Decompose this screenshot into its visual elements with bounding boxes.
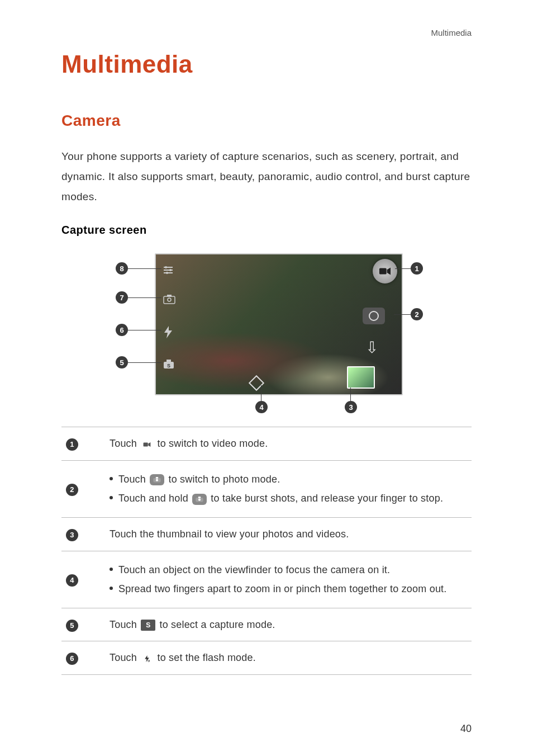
running-header: Multimedia xyxy=(431,28,472,37)
shutter-button xyxy=(363,308,385,324)
text: Touch and hold xyxy=(118,493,191,504)
leader-1 xyxy=(395,268,411,269)
svg-rect-19 xyxy=(156,477,158,479)
camera-screenshot: ⇩ S xyxy=(155,253,403,395)
table-row: 1 Touch to switch to video mode. xyxy=(61,427,472,461)
svg-point-21 xyxy=(198,498,201,500)
row-desc-6: Touch A to set the flash mode. xyxy=(104,641,472,675)
svg-marker-1 xyxy=(387,268,391,275)
bullet-icon xyxy=(110,587,113,590)
page-number: 40 xyxy=(460,723,472,735)
leader-6 xyxy=(128,330,161,330)
table-row: 6 Touch A to set the flash mode. xyxy=(61,641,472,675)
page: Multimedia Multimedia Camera Your phone … xyxy=(0,0,533,756)
row-num-1: 1 xyxy=(66,438,78,451)
text: to switch to photo mode. xyxy=(168,474,280,485)
svg-rect-8 xyxy=(164,296,175,304)
table-row: 2 Touch to switch to photo mode. xyxy=(61,460,472,517)
leader-5 xyxy=(128,362,161,363)
svg-rect-13 xyxy=(166,360,171,362)
text: to take burst shots, and release your fi… xyxy=(211,493,443,504)
callout-3: 3 xyxy=(345,401,357,413)
capture-mode-icon: S xyxy=(141,620,155,631)
capture-screen-figure: ⇩ S 8 7 6 xyxy=(110,253,423,415)
bullet-icon xyxy=(110,496,113,499)
text: to select a capture mode. xyxy=(159,619,275,630)
svg-rect-15 xyxy=(144,442,148,446)
capture-mode-icon: S xyxy=(163,358,175,372)
callout-5: 5 xyxy=(116,356,128,368)
video-mode-button xyxy=(373,259,397,284)
photo-mode-icon xyxy=(150,474,164,485)
row-num-2: 2 xyxy=(66,484,78,496)
text: to switch to video mode. xyxy=(157,438,268,449)
text: Touch to switch to photo mode. xyxy=(118,471,280,488)
subsection-title: Capture screen xyxy=(61,224,472,237)
svg-marker-11 xyxy=(164,326,172,338)
svg-rect-10 xyxy=(167,295,172,297)
bullet-icon xyxy=(110,477,113,480)
svg-point-18 xyxy=(156,479,158,481)
svg-marker-16 xyxy=(149,442,151,446)
settings-icon xyxy=(163,264,174,278)
leader-7 xyxy=(128,297,161,298)
row-desc-5: Touch S to select a capture mode. xyxy=(104,608,472,641)
callout-7: 7 xyxy=(116,291,128,304)
callout-1: 1 xyxy=(411,262,423,275)
reference-table: 1 Touch to switch to video mode. 2 Touch xyxy=(61,427,472,675)
video-mode-icon xyxy=(141,440,153,450)
photo-mode-icon xyxy=(192,494,207,505)
row-num-6: 6 xyxy=(66,653,78,665)
callout-4: 4 xyxy=(255,401,268,413)
intro-paragraph: Your phone supports a variety of capture… xyxy=(61,147,472,207)
focus-point-icon xyxy=(249,375,264,391)
table-row: 3 Touch the thumbnail to view your photo… xyxy=(61,518,472,551)
text: Touch and hold to take burst shots, and … xyxy=(118,490,443,507)
svg-rect-0 xyxy=(379,268,387,275)
svg-rect-22 xyxy=(198,497,201,498)
text: Touch xyxy=(110,438,140,449)
row-num-5: 5 xyxy=(66,620,78,632)
svg-point-6 xyxy=(169,269,172,271)
drag-focus-arrow-icon: ⇩ xyxy=(365,338,378,357)
text: Touch xyxy=(110,652,140,663)
leader-2 xyxy=(394,314,411,315)
text: Touch xyxy=(110,619,140,630)
callout-8: 8 xyxy=(116,262,128,275)
leader-3 xyxy=(350,388,351,401)
text: Touch an object on the viewfinder to foc… xyxy=(118,561,390,579)
table-row: 5 Touch S to select a capture mode. xyxy=(61,608,472,641)
row-desc-4: Touch an object on the viewfinder to foc… xyxy=(104,551,472,608)
gallery-thumbnail xyxy=(347,366,375,389)
svg-text:S: S xyxy=(167,363,170,368)
row-desc-2: Touch to switch to photo mode. Touch and… xyxy=(104,460,472,517)
text: to set the flash mode. xyxy=(157,652,256,663)
row-desc-3: Touch the thumbnail to view your photos … xyxy=(104,518,472,551)
bullet-icon xyxy=(110,568,113,571)
text: Spread two fingers apart to zoom in or p… xyxy=(118,580,447,598)
row-num-3: 3 xyxy=(66,529,78,541)
row-num-4: 4 xyxy=(66,574,78,587)
text: Touch xyxy=(118,474,149,485)
page-title: Multimedia xyxy=(61,50,472,78)
section-title: Camera xyxy=(61,112,472,130)
switch-camera-icon xyxy=(163,294,176,307)
callout-2: 2 xyxy=(411,308,423,320)
svg-point-7 xyxy=(166,272,168,274)
figure-wrapper: ⇩ S 8 7 6 xyxy=(61,253,472,415)
leader-4 xyxy=(261,385,261,401)
flash-mode-icon: A xyxy=(141,653,153,664)
svg-point-9 xyxy=(168,298,171,301)
row-desc-1: Touch to switch to video mode. xyxy=(104,427,472,461)
flash-mode-icon xyxy=(163,326,174,341)
table-row: 4 Touch an object on the viewfinder to f… xyxy=(61,551,472,608)
callout-6: 6 xyxy=(116,324,128,336)
leader-8 xyxy=(128,268,161,269)
svg-point-5 xyxy=(165,266,167,268)
